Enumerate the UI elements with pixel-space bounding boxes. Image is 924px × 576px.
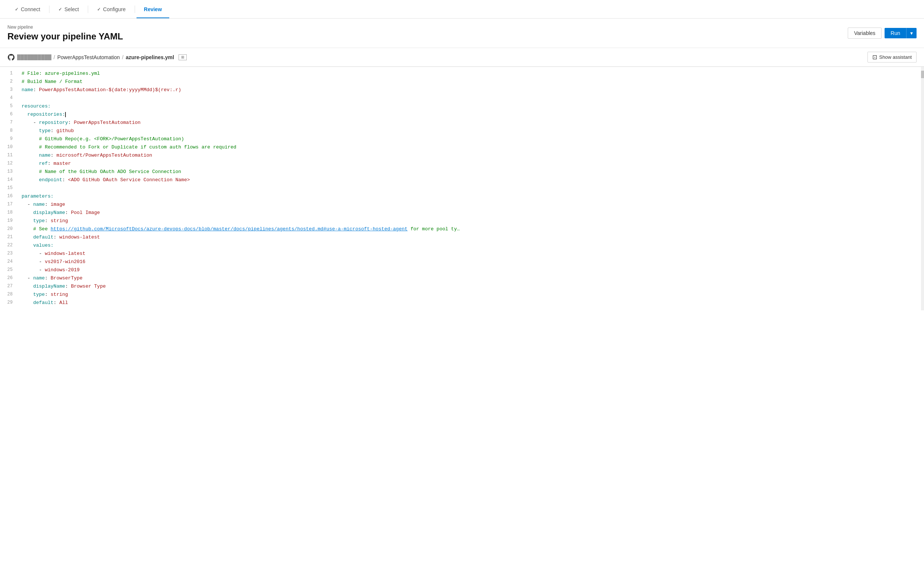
show-assistant-button[interactable]: ⊡ Show assistant xyxy=(867,52,916,62)
line-content[interactable]: default: All xyxy=(19,299,924,307)
tab-connect-label: Connect xyxy=(21,6,40,12)
line-content[interactable]: displayName: Pool Image xyxy=(19,209,924,217)
run-chevron-icon[interactable]: ▾ xyxy=(906,28,916,38)
code-line: 8 type: github xyxy=(0,127,924,136)
code-line: 26 - name: BrowserType xyxy=(0,275,924,283)
line-content[interactable]: - repository: PowerAppsTestAutomation xyxy=(19,119,924,127)
line-content[interactable] xyxy=(19,94,924,102)
line-content[interactable]: - windows-2019 xyxy=(19,266,924,274)
code-line: 1# File: azure-pipelines.yml xyxy=(0,70,924,78)
line-number: 25 xyxy=(0,266,19,274)
line-content[interactable]: # Recommended to Fork or Duplicate if cu… xyxy=(19,144,924,152)
page-header-right: Variables Run ▾ xyxy=(848,27,916,39)
file-name: azure-pipelines.yml xyxy=(126,54,174,60)
code-line: 2# Build Name / Format xyxy=(0,78,924,86)
line-content[interactable]: values: xyxy=(19,242,924,250)
copy-icon[interactable]: ⊞ xyxy=(179,54,187,60)
line-content[interactable]: endpoint: <ADO GitHub OAuth Service Conn… xyxy=(19,176,924,184)
nav-divider-3 xyxy=(135,6,135,13)
code-line: 5resources: xyxy=(0,103,924,111)
line-number: 15 xyxy=(0,184,19,192)
line-number: 11 xyxy=(0,152,19,159)
line-content[interactable]: - windows-latest xyxy=(19,250,924,258)
line-number: 3 xyxy=(0,86,19,93)
line-content[interactable]: # See https://github.com/MicrosoftDocs/a… xyxy=(19,226,924,233)
tab-configure[interactable]: ✓ Configure xyxy=(89,0,133,18)
line-content[interactable]: parameters: xyxy=(19,193,924,200)
run-button[interactable]: Run ▾ xyxy=(884,28,916,38)
nav-divider-1 xyxy=(49,6,49,13)
line-content[interactable]: type: string xyxy=(19,291,924,299)
line-content[interactable]: ref: master xyxy=(19,160,924,168)
line-number: 14 xyxy=(0,176,19,184)
line-content[interactable]: resources: xyxy=(19,103,924,110)
line-number: 13 xyxy=(0,168,19,175)
scroll-indicator xyxy=(921,67,924,310)
code-line: 14 endpoint: <ADO GitHub OAuth Service C… xyxy=(0,176,924,184)
code-line: 10 # Recommended to Fork or Duplicate if… xyxy=(0,144,924,152)
line-number: 29 xyxy=(0,299,19,306)
code-line: 19 type: string xyxy=(0,217,924,226)
code-line: 3name: PowerAppsTestAutomation-$(date:yy… xyxy=(0,86,924,94)
tab-review[interactable]: Review xyxy=(137,0,169,18)
code-line: 18 displayName: Pool Image xyxy=(0,209,924,217)
line-content[interactable]: # File: azure-pipelines.yml xyxy=(19,70,924,78)
line-content[interactable]: # GitHub Repo(e.g. <FORK>/PowerAppsTestA… xyxy=(19,136,924,143)
line-number: 5 xyxy=(0,103,19,110)
file-path: ██████████ / PowerAppsTestAutomation / a… xyxy=(8,54,187,61)
code-editor[interactable]: 1# File: azure-pipelines.yml2# Build Nam… xyxy=(0,67,924,310)
line-content[interactable]: - vs2017-win2016 xyxy=(19,258,924,266)
line-number: 9 xyxy=(0,136,19,142)
repo-name: PowerAppsTestAutomation xyxy=(57,54,120,60)
line-number: 6 xyxy=(0,111,19,118)
line-content[interactable]: type: github xyxy=(19,127,924,135)
variables-button[interactable]: Variables xyxy=(848,27,882,39)
line-number: 17 xyxy=(0,201,19,208)
line-content[interactable]: # Build Name / Format xyxy=(19,78,924,86)
page-header: New pipeline Review your pipeline YAML V… xyxy=(0,19,924,48)
code-line: 15 xyxy=(0,184,924,193)
line-content[interactable]: displayName: Browser Type xyxy=(19,283,924,291)
line-number: 8 xyxy=(0,127,19,134)
line-content[interactable]: repositories: xyxy=(19,111,924,119)
check-select: ✓ xyxy=(58,7,62,12)
tab-select[interactable]: ✓ Select xyxy=(51,0,86,18)
code-line: 11 name: microsoft/PowerAppsTestAutomati… xyxy=(0,152,924,160)
code-line: 21 default: windows-latest xyxy=(0,234,924,242)
line-number: 19 xyxy=(0,217,19,224)
line-content[interactable]: name: PowerAppsTestAutomation-$(date:yyy… xyxy=(19,86,924,94)
line-content[interactable] xyxy=(19,184,924,192)
org-name: ██████████ xyxy=(17,54,51,60)
page-header-left: New pipeline Review your pipeline YAML xyxy=(8,24,123,42)
code-line: 27 displayName: Browser Type xyxy=(0,283,924,291)
path-separator-2: / xyxy=(122,54,123,60)
code-line: 28 type: string xyxy=(0,291,924,299)
line-number: 18 xyxy=(0,209,19,216)
code-line: 16parameters: xyxy=(0,193,924,201)
tab-connect[interactable]: ✓ Connect xyxy=(8,0,48,18)
check-configure: ✓ xyxy=(97,7,101,12)
code-line: 12 ref: master xyxy=(0,160,924,168)
page-title: Review your pipeline YAML xyxy=(8,31,123,42)
line-number: 27 xyxy=(0,283,19,290)
top-nav: ✓ Connect ✓ Select ✓ Configure Review xyxy=(0,0,924,19)
line-content[interactable]: type: string xyxy=(19,217,924,225)
path-separator-1: / xyxy=(54,54,55,60)
line-number: 10 xyxy=(0,144,19,151)
run-button-label: Run xyxy=(884,28,906,38)
line-content[interactable]: name: microsoft/PowerAppsTestAutomation xyxy=(19,152,924,160)
line-number: 24 xyxy=(0,258,19,265)
line-content[interactable]: - name: BrowserType xyxy=(19,275,924,282)
show-assistant-label: Show assistant xyxy=(879,54,912,60)
line-content[interactable]: - name: image xyxy=(19,201,924,209)
line-number: 28 xyxy=(0,291,19,298)
tab-configure-label: Configure xyxy=(103,6,126,12)
code-line: 25 - windows-2019 xyxy=(0,266,924,275)
file-bar: ██████████ / PowerAppsTestAutomation / a… xyxy=(0,48,924,67)
assistant-icon: ⊡ xyxy=(872,54,877,61)
line-content[interactable]: default: windows-latest xyxy=(19,234,924,242)
line-number: 1 xyxy=(0,70,19,77)
editor-container: 1# File: azure-pipelines.yml2# Build Nam… xyxy=(0,67,924,310)
code-line: 9 # GitHub Repo(e.g. <FORK>/PowerAppsTes… xyxy=(0,136,924,144)
line-content[interactable]: # Name of the GitHub OAuth ADO Service C… xyxy=(19,168,924,176)
